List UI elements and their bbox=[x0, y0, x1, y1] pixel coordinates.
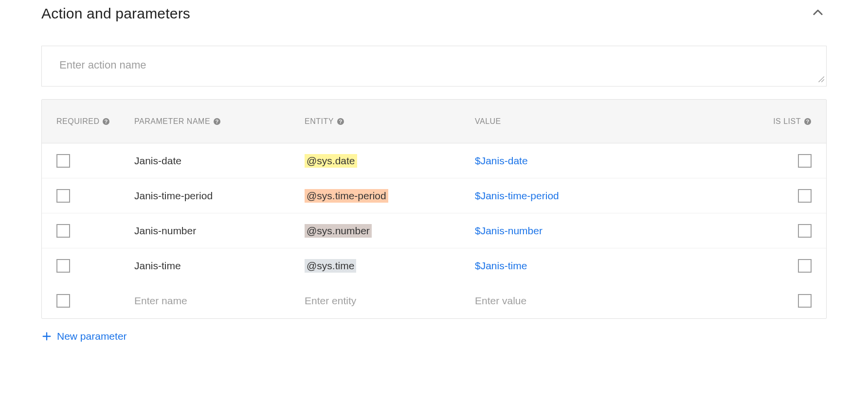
col-header-required-label: REQUIRED bbox=[56, 117, 99, 126]
section-header: Action and parameters bbox=[41, 5, 827, 22]
is-list-checkbox[interactable] bbox=[798, 154, 812, 168]
value-cell[interactable]: $Janis-time bbox=[475, 260, 527, 272]
col-header-parameter-name: PARAMETER NAME ? bbox=[134, 117, 305, 126]
parameter-name-cell[interactable]: Janis-time-period bbox=[134, 190, 213, 202]
required-checkbox[interactable] bbox=[56, 189, 70, 203]
svg-text:?: ? bbox=[806, 119, 809, 124]
help-icon[interactable]: ? bbox=[102, 118, 110, 125]
is-list-checkbox[interactable] bbox=[798, 224, 812, 238]
new-parameter-label: New parameter bbox=[57, 330, 127, 342]
new-parameter-button[interactable]: New parameter bbox=[41, 330, 827, 342]
parameter-name-cell[interactable]: Janis-number bbox=[134, 225, 196, 237]
col-header-entity: ENTITY ? bbox=[305, 117, 475, 126]
col-header-is-list: IS LIST ? bbox=[763, 117, 812, 126]
parameter-name-cell[interactable]: Janis-time bbox=[134, 260, 181, 272]
col-header-is-list-label: IS LIST bbox=[773, 117, 801, 126]
table-row: Janis-date@sys.date$Janis-date bbox=[42, 143, 826, 178]
help-icon[interactable]: ? bbox=[337, 118, 344, 125]
entity-cell[interactable]: @sys.time-period bbox=[305, 189, 388, 203]
col-header-value-label: VALUE bbox=[475, 117, 501, 126]
section-title: Action and parameters bbox=[41, 5, 190, 22]
table-row-new: Enter name Enter entity Enter value bbox=[42, 283, 826, 318]
required-checkbox[interactable] bbox=[56, 259, 70, 273]
name-input-placeholder[interactable]: Enter name bbox=[134, 295, 187, 307]
parameters-table: REQUIRED ? PARAMETER NAME ? ENTITY ? VAL… bbox=[41, 99, 827, 319]
value-input-placeholder[interactable]: Enter value bbox=[475, 295, 526, 307]
entity-cell[interactable]: @sys.time bbox=[305, 259, 356, 273]
action-name-container bbox=[41, 46, 827, 87]
entity-cell[interactable]: @sys.date bbox=[305, 154, 357, 168]
table-row: Janis-number@sys.number$Janis-number bbox=[42, 213, 826, 248]
collapse-toggle[interactable] bbox=[809, 5, 827, 22]
is-list-checkbox[interactable] bbox=[798, 294, 812, 308]
table-row: Janis-time@sys.time$Janis-time bbox=[42, 248, 826, 283]
col-header-value: VALUE bbox=[475, 117, 763, 126]
action-name-input[interactable] bbox=[42, 46, 826, 84]
required-checkbox[interactable] bbox=[56, 294, 70, 308]
svg-text:?: ? bbox=[215, 119, 218, 124]
plus-icon bbox=[41, 331, 52, 342]
is-list-checkbox[interactable] bbox=[798, 259, 812, 273]
col-header-parameter-name-label: PARAMETER NAME bbox=[134, 117, 210, 126]
value-cell[interactable]: $Janis-date bbox=[475, 155, 528, 167]
chevron-up-icon bbox=[811, 6, 825, 21]
required-checkbox[interactable] bbox=[56, 154, 70, 168]
entity-input-placeholder[interactable]: Enter entity bbox=[305, 295, 356, 307]
col-header-required: REQUIRED ? bbox=[56, 117, 134, 126]
svg-text:?: ? bbox=[105, 119, 108, 124]
is-list-checkbox[interactable] bbox=[798, 189, 812, 203]
table-header-row: REQUIRED ? PARAMETER NAME ? ENTITY ? VAL… bbox=[42, 100, 826, 143]
table-row: Janis-time-period@sys.time-period$Janis-… bbox=[42, 178, 826, 213]
help-icon[interactable]: ? bbox=[804, 118, 812, 125]
entity-cell[interactable]: @sys.number bbox=[305, 224, 372, 238]
value-cell[interactable]: $Janis-time-period bbox=[475, 190, 559, 202]
col-header-entity-label: ENTITY bbox=[305, 117, 334, 126]
svg-text:?: ? bbox=[339, 119, 342, 124]
help-icon[interactable]: ? bbox=[213, 118, 221, 125]
required-checkbox[interactable] bbox=[56, 224, 70, 238]
value-cell[interactable]: $Janis-number bbox=[475, 225, 542, 237]
parameter-name-cell[interactable]: Janis-date bbox=[134, 155, 181, 167]
